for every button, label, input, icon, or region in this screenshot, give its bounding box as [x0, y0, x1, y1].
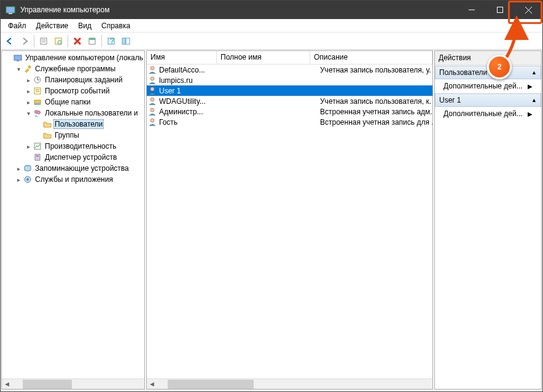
cell-name: DefaultAcco... [159, 66, 227, 74]
action-group-header[interactable]: Пользователи▲ [435, 66, 541, 79]
cell-name: User 1 [159, 87, 227, 95]
cell-name: Гость [159, 118, 227, 127]
minimize-button[interactable] [458, 1, 486, 19]
back-button[interactable] [3, 34, 17, 48]
view-button[interactable] [119, 34, 133, 48]
svg-rect-29 [36, 155, 39, 157]
refresh-button[interactable] [52, 34, 65, 48]
app-icon [6, 5, 15, 15]
tree-toggle[interactable]: ▸ [24, 77, 33, 84]
action-item[interactable]: Дополнительные дей...▶ [435, 107, 541, 120]
tree-toggle[interactable]: ▸ [14, 176, 23, 183]
svg-point-26 [37, 111, 41, 114]
user-icon [148, 86, 158, 96]
device-icon [33, 152, 42, 162]
tree-item[interactable]: ▾Локальные пользователи и [2, 108, 144, 119]
collapse-icon: ▲ [531, 97, 537, 103]
action-group-header[interactable]: User 1▲ [435, 93, 541, 107]
tree-toggle[interactable]: ▸ [24, 143, 33, 150]
tree-label: Служебные программы [34, 65, 117, 73]
tree-toggle[interactable]: ▸ [24, 88, 33, 95]
menu-file[interactable]: Файл [3, 20, 31, 31]
column-name[interactable]: Имя [147, 51, 217, 64]
tree-item[interactable]: ▸Производительность [2, 141, 144, 152]
column-description[interactable]: Описание [310, 51, 432, 64]
svg-text:?: ? [110, 37, 114, 45]
tree-toggle[interactable]: ▸ [14, 165, 23, 172]
tree-item[interactable]: ▸Запоминающие устройства [2, 163, 144, 174]
tree-label: Службы и приложения [34, 175, 114, 184]
tree-panel: Управление компьютером (локаль▾Служебные… [1, 50, 145, 390]
menubar: Файл Действие Вид Справка [1, 19, 542, 33]
tree-label: Группы [53, 131, 80, 139]
list-row[interactable]: WDAGUtility...Учетная запись пользовател… [147, 96, 432, 106]
menu-view[interactable]: Вид [73, 20, 96, 31]
tree-label: Планировщик заданий [44, 76, 123, 84]
svg-point-32 [26, 178, 29, 181]
svg-point-37 [150, 108, 154, 112]
tree-toggle[interactable]: ▸ [24, 99, 33, 106]
svg-point-33 [150, 66, 154, 70]
tree[interactable]: Управление компьютером (локаль▾Служебные… [2, 51, 144, 378]
main-layout: Управление компьютером (локаль▾Служебные… [1, 50, 542, 390]
svg-rect-12 [89, 38, 95, 40]
actions-list: Пользователи▲Дополнительные дей...▶User … [435, 65, 541, 120]
tree-scrollbar[interactable]: ◀ [2, 378, 144, 389]
tree-item[interactable]: ▸Планировщик заданий [2, 74, 144, 85]
folder-icon [42, 130, 52, 140]
titlebar: Управление компьютером [1, 1, 542, 19]
tree-label: Просмотр событий [44, 87, 111, 95]
menu-action[interactable]: Действие [31, 20, 74, 31]
tree-item[interactable]: Диспетчер устройств [2, 152, 144, 163]
list-row[interactable]: Администр...Встроенная учетная запись ад… [147, 106, 432, 117]
tree-label: Общие папки [44, 98, 92, 106]
tree-item[interactable]: ▾Служебные программы [2, 63, 144, 74]
tree-label: Производительность [44, 142, 117, 151]
list-row[interactable]: ГостьВстроенная учетная запись для . [147, 117, 432, 127]
tree-label: Локальные пользователи и [44, 109, 139, 117]
list-scrollbar[interactable]: ◀ [147, 378, 432, 389]
tree-label: Управление компьютером (локаль [24, 53, 144, 62]
delete-button[interactable] [71, 34, 84, 48]
export-button[interactable] [85, 34, 99, 48]
tree-toggle[interactable]: ▾ [24, 110, 33, 117]
user-icon [148, 65, 158, 75]
tools-icon [23, 64, 33, 74]
tree-item[interactable]: Управление компьютером (локаль [2, 52, 144, 63]
action-item[interactable]: Дополнительные дей...▶ [435, 79, 541, 93]
maximize-button[interactable] [486, 1, 514, 19]
cell-description: Учетная запись пользователя, к. [320, 97, 432, 106]
svg-rect-6 [41, 38, 47, 44]
svg-rect-15 [122, 38, 125, 44]
close-button[interactable] [514, 1, 542, 19]
tree-item[interactable]: Группы [2, 130, 144, 141]
action-group-title: Пользователи [439, 68, 487, 77]
properties-button[interactable] [37, 34, 50, 48]
help-button[interactable]: ? [104, 34, 118, 48]
list-row[interactable]: DefaultAcco...Учетная запись пользовател… [147, 65, 432, 75]
tree-toggle[interactable]: ▾ [14, 66, 23, 73]
forward-button[interactable] [18, 34, 31, 48]
menu-help[interactable]: Справка [96, 20, 135, 31]
list-row[interactable]: lumpics.ru [147, 75, 432, 85]
action-group-title: User 1 [439, 96, 461, 104]
column-fullname[interactable]: Полное имя [217, 51, 310, 64]
tree-item[interactable]: ▸Общие папки [2, 96, 144, 108]
services-icon [23, 174, 33, 184]
cell-description: Встроенная учетная запись для . [320, 118, 432, 127]
actions-panel: Действия Пользователи▲Дополнительные дей… [434, 50, 542, 390]
svg-rect-1 [9, 13, 12, 14]
list-body[interactable]: DefaultAcco...Учетная запись пользовател… [147, 65, 432, 378]
list-row[interactable]: User 1 [147, 85, 432, 96]
svg-rect-17 [14, 55, 21, 60]
tree-item[interactable]: Пользователи [2, 119, 144, 130]
user-icon [148, 107, 158, 117]
svg-point-38 [150, 119, 154, 122]
cell-description: Встроенная учетная запись адм. [320, 108, 432, 116]
tree-label: Запоминающие устройства [34, 164, 130, 173]
tree-item[interactable]: ▸Просмотр событий [2, 85, 144, 96]
svg-point-36 [150, 98, 154, 101]
folder-icon [42, 119, 52, 129]
cell-name: WDAGUtility... [159, 97, 227, 106]
tree-item[interactable]: ▸Службы и приложения [2, 174, 144, 185]
